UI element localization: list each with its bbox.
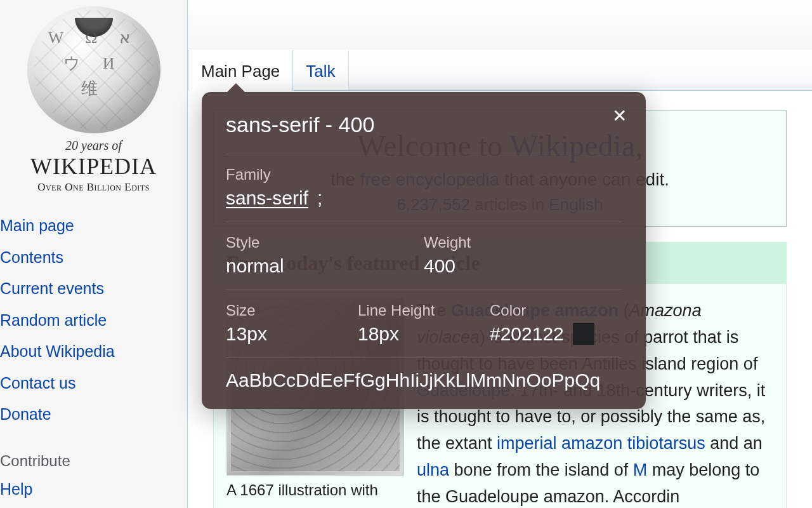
nav-learn-to-edit[interactable]: Learn to edit — [0, 505, 187, 508]
nav-current-events[interactable]: Current events — [0, 273, 187, 305]
tab-talk[interactable]: Talk — [293, 50, 348, 90]
link-ulna[interactable]: ulna — [417, 460, 449, 479]
nav-contents[interactable]: Contents — [0, 242, 187, 274]
label-size: Size — [226, 302, 358, 319]
logo-tagline-20-years: 20 years of — [13, 138, 174, 153]
label-family: Family — [226, 166, 622, 184]
font-inspector-tooltip: ✕ sans-serif - 400 Family sans-serif; St… — [202, 92, 646, 409]
page-tabs: Main Page Talk — [188, 50, 812, 91]
close-icon[interactable]: ✕ — [612, 107, 627, 125]
logo-wordmark: WIKIPEDIA — [13, 153, 174, 180]
value-family: sans-serif; — [226, 187, 622, 209]
value-size: 13px — [226, 323, 358, 345]
nav-donate[interactable]: Donate — [0, 399, 187, 431]
label-weight: Weight — [424, 234, 622, 251]
link-m[interactable]: M — [633, 460, 648, 479]
label-line-height: Line Height — [358, 302, 490, 319]
nav-about-wikipedia[interactable]: About Wikipedia — [0, 336, 187, 368]
logo-tagline-edits: Over One Billion Edits — [13, 181, 174, 194]
value-color: #202122 — [490, 323, 622, 345]
nav-heading-contribute: Contribute — [0, 446, 187, 474]
font-sample: AaBbCcDdEeFfGgHhIiJjKkLlMmNnOoPpQq — [226, 358, 622, 391]
featured-image-caption: A 1667 illustration with — [226, 478, 404, 502]
link-imperial-amazon[interactable]: imperial amazon — [497, 434, 622, 453]
label-color: Color — [490, 302, 622, 319]
label-style: Style — [226, 234, 424, 251]
nav-random-article[interactable]: Random article — [0, 305, 187, 337]
nav-contact-us[interactable]: Contact us — [0, 368, 187, 399]
nav-help[interactable]: Help — [0, 474, 187, 505]
value-style: normal — [226, 255, 424, 277]
wikipedia-globe-logo — [27, 6, 160, 133]
tooltip-title: sans-serif - 400 — [226, 112, 622, 137]
link-tibiotarsus[interactable]: tibiotarsus — [627, 434, 705, 453]
nav-contribute-section: Contribute Help Learn to edit Community … — [0, 442, 187, 509]
logo-area: 20 years of WIKIPEDIA Over One Billion E… — [0, 0, 187, 206]
value-line-height: 18px — [358, 323, 490, 345]
nav-main: Main page Contents Current events Random… — [0, 206, 187, 442]
color-swatch — [573, 323, 594, 345]
nav-main-page[interactable]: Main page — [0, 210, 187, 242]
sidebar: 20 years of WIKIPEDIA Over One Billion E… — [0, 0, 187, 508]
value-weight: 400 — [424, 255, 622, 277]
